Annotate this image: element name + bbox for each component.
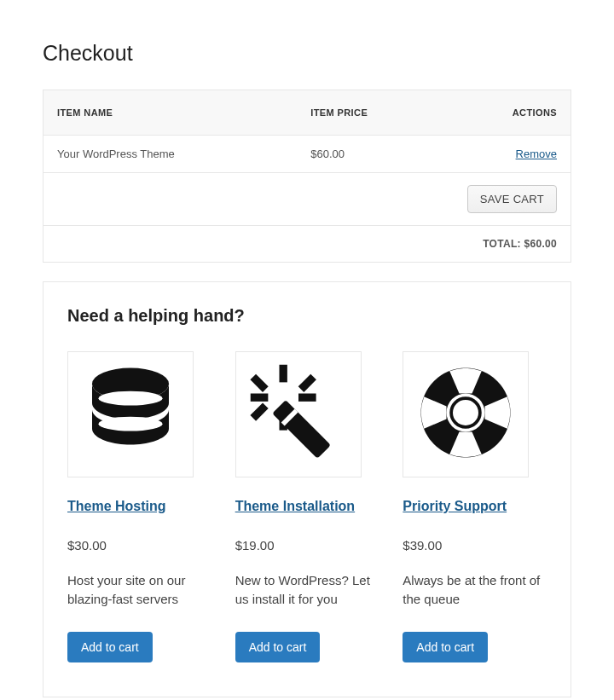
upsell-card-support: Priority Support $39.00 Always be at the… xyxy=(403,351,547,662)
upsell-card-hosting: Theme Hosting $30.00 Host your site on o… xyxy=(67,351,211,662)
svg-point-14 xyxy=(451,398,480,427)
svg-rect-5 xyxy=(298,394,316,402)
upsell-link-hosting[interactable]: Theme Hosting xyxy=(67,498,166,516)
page-title: Checkout xyxy=(43,41,571,66)
upsell-title: Need a helping hand? xyxy=(67,306,547,326)
upsell-link-installation[interactable]: Theme Installation xyxy=(235,498,355,516)
svg-point-1 xyxy=(99,391,163,406)
cart-total-row: TOTAL: $60.00 xyxy=(43,226,571,263)
database-icon xyxy=(79,362,182,467)
cart-row: Your WordPress Theme $60.00 Remove xyxy=(43,136,571,173)
upsell-price: $30.00 xyxy=(67,538,211,552)
icon-frame xyxy=(67,351,194,477)
svg-rect-9 xyxy=(250,402,268,420)
icon-frame xyxy=(235,351,362,477)
cart-item-name: Your WordPress Theme xyxy=(43,136,298,173)
svg-point-2 xyxy=(99,417,163,431)
upsell-desc: New to WordPress? Let us install it for … xyxy=(235,571,379,610)
icon-frame xyxy=(403,351,529,477)
cart-item-price: $60.00 xyxy=(297,136,444,173)
add-to-cart-button[interactable]: Add to cart xyxy=(235,632,321,662)
col-actions: ACTIONS xyxy=(444,90,571,136)
add-to-cart-button[interactable]: Add to cart xyxy=(67,632,153,662)
checkout-page: Checkout ITEM NAME ITEM PRICE ACTIONS Yo… xyxy=(0,0,614,700)
save-cart-button[interactable]: SAVE CART xyxy=(467,185,557,213)
svg-rect-3 xyxy=(279,365,287,383)
cart-total: TOTAL: $60.00 xyxy=(43,226,571,263)
upsell-panel: Need a helping hand? xyxy=(43,281,571,697)
cart-table: ITEM NAME ITEM PRICE ACTIONS Your WordPr… xyxy=(43,90,571,263)
add-to-cart-button[interactable]: Add to cart xyxy=(403,632,488,662)
remove-link[interactable]: Remove xyxy=(516,148,557,160)
svg-rect-4 xyxy=(250,394,268,402)
lifebuoy-icon xyxy=(414,362,517,467)
upsell-price: $39.00 xyxy=(403,538,547,552)
magic-wand-icon xyxy=(247,362,350,467)
svg-rect-8 xyxy=(298,374,316,392)
col-item-name: ITEM NAME xyxy=(43,90,298,136)
upsell-link-support[interactable]: Priority Support xyxy=(403,498,507,516)
upsell-price: $19.00 xyxy=(235,538,379,552)
upsell-desc: Host your site on our blazing-fast serve… xyxy=(67,571,211,610)
save-cart-row: SAVE CART xyxy=(43,173,571,226)
upsell-desc: Always be at the front of the queue xyxy=(403,571,547,610)
upsell-grid: Theme Hosting $30.00 Host your site on o… xyxy=(67,351,547,662)
upsell-card-installation: Theme Installation $19.00 New to WordPre… xyxy=(235,351,379,662)
svg-rect-7 xyxy=(250,374,268,392)
col-item-price: ITEM PRICE xyxy=(297,90,444,136)
